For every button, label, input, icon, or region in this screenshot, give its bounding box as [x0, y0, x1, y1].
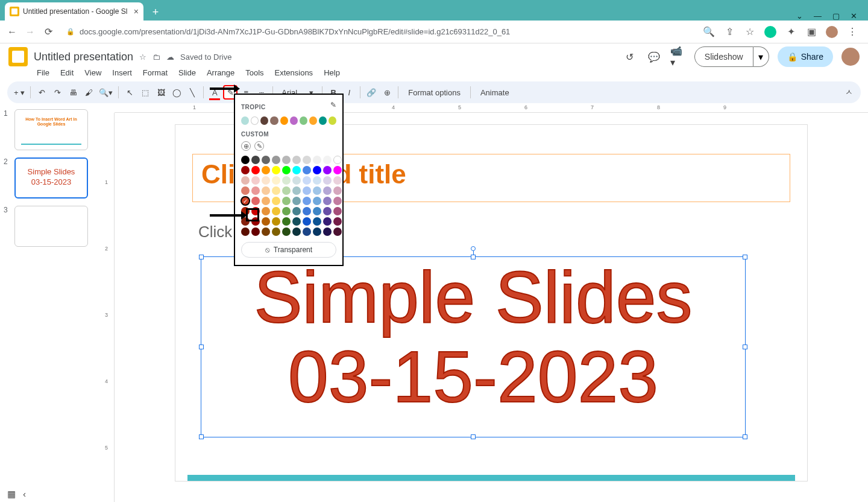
resize-handle[interactable] — [743, 434, 747, 439]
comments-icon[interactable]: 💬 — [646, 49, 662, 65]
color-swatch[interactable] — [251, 166, 260, 174]
color-swatch[interactable] — [241, 227, 250, 236]
color-swatch[interactable] — [323, 166, 332, 174]
menu-edit[interactable]: Edit — [56, 66, 78, 79]
transparent-button[interactable]: ⦸ Transparent — [241, 242, 336, 258]
resize-handle[interactable] — [743, 345, 747, 349]
color-swatch[interactable] — [303, 186, 311, 195]
star-icon[interactable]: ☆ — [139, 52, 146, 62]
color-swatch[interactable] — [313, 217, 321, 226]
history-icon[interactable]: ↺ — [622, 49, 638, 65]
new-tab-button[interactable]: + — [147, 4, 164, 21]
color-swatch[interactable] — [333, 207, 342, 215]
zoom-icon[interactable]: 🔍 — [703, 26, 715, 38]
profile-avatar-icon[interactable] — [826, 26, 838, 38]
theme-swatch[interactable] — [270, 116, 278, 125]
menu-view[interactable]: View — [80, 66, 105, 79]
color-swatch[interactable] — [272, 197, 280, 205]
color-swatch[interactable] — [262, 227, 270, 236]
color-swatch[interactable] — [313, 197, 321, 205]
color-swatch[interactable] — [292, 227, 301, 236]
add-custom-color-button[interactable]: ⊕ — [241, 141, 251, 151]
theme-swatch[interactable] — [251, 116, 259, 125]
theme-swatch[interactable] — [241, 116, 249, 125]
color-swatch[interactable] — [251, 217, 260, 226]
reload-button[interactable]: ⟳ — [42, 26, 54, 38]
theme-swatch[interactable] — [319, 116, 327, 125]
color-swatch[interactable] — [292, 186, 301, 195]
color-swatch[interactable] — [292, 197, 301, 205]
color-swatch[interactable] — [303, 156, 311, 164]
account-avatar[interactable] — [841, 48, 860, 66]
maximize-icon[interactable]: ▢ — [832, 11, 840, 21]
color-swatch[interactable] — [323, 156, 332, 164]
color-swatch[interactable] — [251, 186, 260, 195]
move-folder-icon[interactable]: 🗀 — [153, 52, 160, 62]
color-swatch[interactable] — [292, 207, 301, 215]
color-swatch[interactable] — [251, 176, 260, 185]
shape-tool[interactable]: ◯ — [169, 85, 184, 100]
resize-handle[interactable] — [199, 345, 204, 349]
theme-swatch[interactable] — [329, 116, 336, 125]
color-swatch[interactable] — [333, 197, 342, 205]
share-button[interactable]: 🔒 Share — [778, 46, 833, 67]
collapse-panel-icon[interactable]: ‹ — [23, 489, 26, 500]
color-swatch[interactable] — [313, 227, 321, 236]
slide-thumbnail-2[interactable]: Simple Slides03-15-2023 — [14, 157, 88, 199]
color-swatch[interactable] — [282, 176, 291, 185]
color-swatch[interactable] — [262, 197, 270, 205]
menu-file[interactable]: File — [33, 66, 54, 79]
color-swatch[interactable] — [292, 166, 301, 174]
extension-icon[interactable] — [764, 26, 776, 38]
theme-swatch[interactable] — [260, 116, 268, 125]
color-swatch[interactable] — [241, 156, 250, 164]
share-url-icon[interactable]: ⇪ — [723, 26, 735, 38]
color-swatch[interactable] — [272, 207, 280, 215]
color-swatch[interactable] — [241, 166, 250, 174]
color-swatch[interactable] — [241, 186, 250, 195]
color-swatch[interactable] — [251, 227, 260, 236]
resize-handle[interactable] — [199, 255, 204, 259]
menu-format[interactable]: Format — [139, 66, 172, 79]
color-swatch[interactable] — [333, 176, 342, 185]
comment-button[interactable]: ⊕ — [380, 85, 394, 100]
color-swatch[interactable] — [303, 227, 311, 236]
color-swatch[interactable] — [251, 197, 260, 205]
chevron-down-icon[interactable]: ⌄ — [796, 11, 803, 21]
color-swatch[interactable] — [241, 176, 250, 185]
color-swatch[interactable] — [282, 207, 291, 215]
slideshow-dropdown[interactable]: ▾ — [753, 46, 769, 67]
menu-arrange[interactable]: Arrange — [203, 66, 239, 79]
color-swatch[interactable] — [292, 156, 301, 164]
minimize-icon[interactable]: — — [814, 11, 822, 21]
link-button[interactable]: 🔗 — [364, 85, 379, 100]
browser-tab[interactable]: Untitled presentation - Google Sl × — [5, 2, 143, 21]
slide-thumbnail-1[interactable]: How To Insert Word Art InGoogle Slides — [14, 109, 88, 150]
color-swatch[interactable] — [282, 156, 291, 164]
slideshow-button[interactable]: Slideshow — [694, 46, 753, 67]
eyedropper-button[interactable]: ✎ — [254, 141, 264, 151]
resize-handle[interactable] — [471, 255, 476, 259]
color-swatch[interactable] — [292, 217, 301, 226]
new-slide-button[interactable]: + ▾ — [12, 85, 27, 100]
color-swatch[interactable] — [303, 217, 311, 226]
color-swatch[interactable] — [303, 197, 311, 205]
explore-icon[interactable]: ▦ — [7, 489, 16, 500]
color-swatch[interactable] — [333, 156, 342, 164]
color-swatch[interactable] — [282, 166, 291, 174]
line-tool[interactable]: ╲ — [185, 85, 200, 100]
italic-button[interactable]: I — [342, 85, 356, 100]
print-button[interactable]: 🖶 — [66, 85, 80, 100]
close-window-icon[interactable]: ✕ — [851, 11, 857, 21]
textbox-tool[interactable]: ⬚ — [138, 85, 153, 100]
color-swatch[interactable] — [262, 207, 270, 215]
theme-swatch[interactable] — [309, 116, 317, 125]
color-swatch[interactable] — [251, 156, 260, 164]
sidepanel-icon[interactable]: ▣ — [805, 26, 817, 38]
color-swatch[interactable] — [323, 217, 332, 226]
color-swatch[interactable] — [262, 166, 270, 174]
color-swatch[interactable] — [333, 227, 342, 236]
color-swatch[interactable] — [272, 156, 280, 164]
doc-title[interactable]: Untitled presentation — [34, 51, 133, 63]
menu-help[interactable]: Help — [319, 66, 344, 79]
